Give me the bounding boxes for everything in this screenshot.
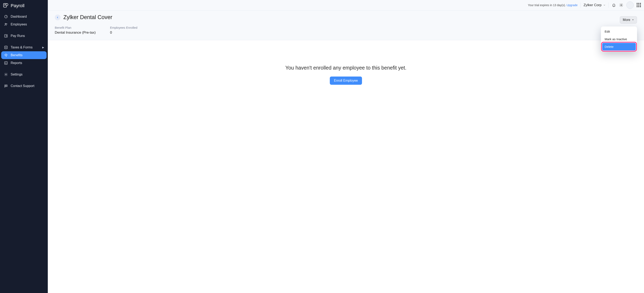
sidebar-item-settings[interactable]: Settings [1,70,46,78]
svg-point-5 [5,24,6,24]
percent-icon [4,46,8,49]
meta-value: Dental Insurance (Pre-tax) [55,30,96,35]
org-switcher[interactable]: Zylker Corp [584,3,606,7]
trial-text: Your trial expires in 13 day(s). [528,4,567,7]
users-icon [4,22,8,26]
topbar: Your trial expires in 13 day(s). Upgrade… [48,0,644,10]
meta-label: Benefit Plan [55,26,96,29]
settings-gear-icon[interactable] [619,3,624,8]
user-avatar[interactable] [626,2,634,9]
more-button[interactable]: More [620,16,637,24]
meta-value: 0 [110,30,137,35]
meta-label: Employees Enrolled [110,26,137,29]
main-column: Your trial expires in 13 day(s). Upgrade… [48,0,644,293]
umbrella-icon [4,53,8,57]
meta-row: Benefit Plan Dental Insurance (Pre-tax) … [55,26,637,35]
page-header: Zylker Dental Cover More Benefit Plan De… [48,10,644,40]
sidebar-item-employees[interactable]: Employees [1,20,46,28]
sidebar-item-label: Dashboard [11,15,27,18]
sidebar-item-label: Settings [11,73,22,76]
separator [580,2,581,8]
brand: Payroll [0,0,48,12]
sidebar-item-contact-support[interactable]: Contact Support [1,82,46,90]
dropdown-item-edit[interactable]: Edit [602,28,636,35]
arrow-right-box-icon [4,34,8,38]
sidebar-item-label: Benefits [11,53,22,57]
empty-state: You haven't enrolled any employee to thi… [48,40,644,97]
trial-banner: Your trial expires in 13 day(s). Upgrade [528,4,578,7]
svg-point-19 [621,5,622,6]
svg-point-1 [6,4,8,6]
chevron-left-icon [56,16,59,19]
enroll-employee-button[interactable]: Enroll Employee [330,76,362,85]
sidebar-item-taxes-forms[interactable]: Taxes & Forms ▶ [1,44,46,51]
sidebar-item-label: Employees [11,22,27,26]
sidebar-item-label: Reports [11,61,22,65]
sidebar-item-pay-runs[interactable]: Pay Runs [1,32,46,40]
more-dropdown: Edit Mark as Inactive Delete [601,26,637,52]
sidebar-item-label: Pay Runs [11,34,25,38]
svg-point-9 [5,47,6,47]
gauge-icon [4,15,8,18]
svg-point-10 [6,48,6,48]
chevron-right-icon: ▶ [42,46,44,49]
notification-bell-icon[interactable] [612,3,616,8]
chat-icon [4,84,8,88]
chevron-down-icon [603,4,606,6]
meta-employees-enrolled: Employees Enrolled 0 [110,26,137,35]
svg-point-6 [6,24,7,24]
sidebar-item-reports[interactable]: Reports [1,59,46,67]
sidebar-item-dashboard[interactable]: Dashboard [1,13,46,20]
empty-message: You haven't enrolled any employee to thi… [54,65,638,71]
sidebar-item-benefits[interactable]: Benefits [1,51,46,59]
back-button[interactable] [55,14,60,20]
apps-launcher-icon[interactable] [636,3,641,8]
svg-point-16 [6,74,6,75]
bar-chart-icon [4,61,8,65]
sidebar-nav: Dashboard Employees Pay Runs Taxes & For… [0,12,48,91]
upgrade-link[interactable]: Upgrade [566,4,578,7]
payroll-logo-icon [3,3,8,8]
separator [608,2,609,8]
meta-benefit-plan: Benefit Plan Dental Insurance (Pre-tax) [55,26,96,35]
sidebar-item-label: Contact Support [11,84,34,88]
content-area: Zylker Dental Cover More Benefit Plan De… [48,10,644,293]
org-name: Zylker Corp [584,3,602,7]
brand-name: Payroll [11,3,24,8]
page-title: Zylker Dental Cover [63,14,112,20]
dropdown-item-mark-inactive[interactable]: Mark as Inactive [602,35,636,43]
caret-down-icon [632,19,634,21]
sidebar-item-label: Taxes & Forms [11,46,32,49]
dropdown-item-delete[interactable]: Delete [602,43,636,50]
title-row: Zylker Dental Cover [55,14,637,20]
sidebar: Payroll Dashboard Employees Pay Runs [0,0,48,293]
gear-icon [4,73,8,76]
more-label: More [623,18,630,22]
